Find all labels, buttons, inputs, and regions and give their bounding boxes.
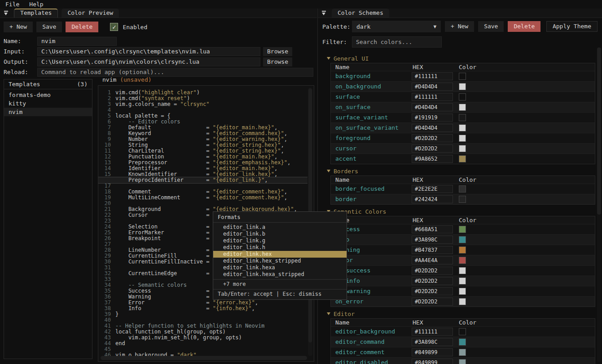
autocomplete-item[interactable]: editor_link.hex_stripped [213, 258, 347, 264]
hex-input[interactable]: #D2D2D2 [412, 134, 453, 142]
hex-input[interactable]: #D4D4D4 [412, 83, 453, 91]
color-row[interactable]: border_focused#2E2E2E [331, 184, 595, 194]
editor-horizontal-scrollbar[interactable] [101, 356, 307, 360]
color-row[interactable]: on_error#D2D2D2 [331, 296, 595, 307]
color-swatch[interactable] [459, 257, 466, 264]
hex-input[interactable]: #111111 [412, 93, 453, 101]
color-swatch[interactable] [459, 236, 466, 243]
section-header[interactable]: Borders [321, 167, 600, 175]
color-row[interactable]: error#AA4E4A [331, 255, 595, 265]
color-row[interactable]: border#242424 [331, 194, 595, 204]
color-swatch[interactable] [459, 288, 466, 295]
color-swatch[interactable] [459, 93, 466, 101]
hex-input[interactable]: #849899 [412, 359, 453, 364]
color-row[interactable]: cursor#D2D2D2 [331, 143, 595, 153]
color-row[interactable]: info#3A898C [331, 234, 595, 245]
color-swatch[interactable] [459, 349, 466, 356]
color-swatch[interactable] [459, 114, 466, 121]
hex-input[interactable]: #849899 [412, 348, 453, 356]
color-swatch[interactable] [459, 155, 466, 162]
color-swatch[interactable] [459, 104, 466, 111]
color-row[interactable]: on_surface_variant#D4D4D4 [331, 123, 595, 133]
hex-input[interactable]: #9A8652 [412, 155, 453, 163]
color-swatch[interactable] [459, 246, 466, 254]
color-row[interactable]: surface_variant#191919 [331, 112, 595, 123]
new-template-button[interactable]: + New [4, 22, 33, 32]
popup-more-items[interactable]: +7 more [213, 281, 347, 288]
autocomplete-item[interactable]: editor_link.h [213, 244, 347, 251]
color-row[interactable]: editor_disabled#849899 [331, 357, 595, 364]
color-row[interactable]: on_surface#D4D4D4 [331, 102, 595, 112]
tab-color-schemes[interactable]: Color Schemes [332, 9, 389, 18]
output-browse-button[interactable]: Browse [263, 57, 292, 66]
new-palette-button[interactable]: + New [445, 21, 474, 32]
color-row[interactable]: on_warning#D2D2D2 [331, 286, 595, 296]
color-swatch[interactable] [459, 338, 466, 346]
template-list-item[interactable]: formats-demo [4, 91, 92, 99]
section-header[interactable]: General UI [321, 55, 600, 62]
color-row[interactable]: success#668A51 [331, 224, 595, 234]
color-row[interactable]: warning#B47837 [331, 245, 595, 255]
delete-palette-button[interactable]: Delete [508, 21, 540, 32]
tab-color-preview[interactable]: Color Preview [62, 9, 119, 18]
enabled-checkbox[interactable]: ✓ [110, 23, 118, 31]
hex-input[interactable]: #111111 [412, 328, 453, 336]
hex-input[interactable]: #D4D4D4 [412, 124, 453, 132]
hex-input[interactable]: #D2D2D2 [412, 267, 453, 275]
menu-file[interactable]: File [5, 1, 19, 9]
color-swatch[interactable] [459, 298, 466, 305]
autocomplete-item[interactable]: editor_link.hexa [213, 264, 347, 271]
color-filter-input[interactable] [352, 36, 442, 48]
color-row[interactable]: editor_command#3A898C [331, 337, 595, 347]
autocomplete-item[interactable]: editor_link.hex [213, 251, 347, 258]
save-palette-button[interactable]: Save [478, 21, 504, 32]
color-row[interactable]: background#111111 [331, 71, 595, 81]
color-row[interactable]: surface#111111 [331, 92, 595, 102]
name-input[interactable] [37, 37, 117, 46]
hex-input[interactable]: #111111 [412, 72, 453, 80]
color-swatch[interactable] [459, 226, 466, 233]
panel-vertical-scrollbar[interactable] [597, 47, 601, 362]
color-swatch[interactable] [459, 359, 466, 364]
autocomplete-item[interactable]: editor_link.a [213, 224, 347, 231]
hex-input[interactable]: #D2D2D2 [412, 298, 453, 306]
color-row[interactable]: editor_background#111111 [331, 326, 595, 337]
template-list-item[interactable]: kitty [4, 99, 92, 108]
palette-dropdown[interactable]: dark ▼ [352, 21, 441, 32]
color-swatch[interactable] [459, 124, 466, 132]
hex-input[interactable]: #D2D2D2 [412, 145, 453, 153]
hex-input[interactable]: #2E2E2E [412, 185, 453, 193]
color-swatch[interactable] [459, 185, 466, 193]
hex-input[interactable]: #191919 [412, 114, 453, 122]
hex-input[interactable]: #B47837 [412, 246, 453, 254]
color-row[interactable]: accent#9A8652 [331, 153, 595, 164]
reload-command-input[interactable] [37, 68, 313, 77]
color-swatch[interactable] [459, 328, 466, 335]
color-swatch[interactable] [459, 267, 466, 274]
tab-templates[interactable]: Templates [14, 9, 58, 18]
hex-input[interactable]: #3A898C [412, 338, 453, 346]
autocomplete-item[interactable]: editor_link.hexa_stripped [213, 271, 347, 278]
color-row[interactable]: on_background#D4D4D4 [331, 81, 595, 92]
hex-input[interactable]: #668A51 [412, 225, 453, 233]
hex-input[interactable]: #242424 [412, 195, 453, 203]
collapse-panel-icon[interactable] [321, 10, 326, 16]
template-list-item[interactable]: nvim [4, 108, 92, 116]
color-swatch[interactable] [459, 83, 466, 90]
hex-input[interactable]: #D4D4D4 [412, 103, 453, 111]
section-header[interactable]: Editor [321, 310, 600, 317]
autocomplete-item[interactable]: editor_link.g [213, 237, 347, 244]
hex-input[interactable]: #AA4E4A [412, 256, 453, 264]
color-row[interactable]: foreground#D2D2D2 [331, 133, 595, 143]
hex-input[interactable]: #D2D2D2 [412, 287, 453, 295]
input-path-input[interactable] [37, 47, 260, 56]
autocomplete-item[interactable]: editor_link.b [213, 231, 347, 237]
color-swatch[interactable] [459, 145, 466, 152]
hex-input[interactable]: #D2D2D2 [412, 277, 453, 285]
apply-theme-button[interactable]: Apply Theme [546, 21, 598, 32]
color-swatch[interactable] [459, 135, 466, 142]
hex-input[interactable]: #3A898C [412, 236, 453, 244]
color-swatch[interactable] [459, 73, 466, 80]
output-path-input[interactable] [37, 57, 260, 66]
color-swatch[interactable] [459, 277, 466, 285]
